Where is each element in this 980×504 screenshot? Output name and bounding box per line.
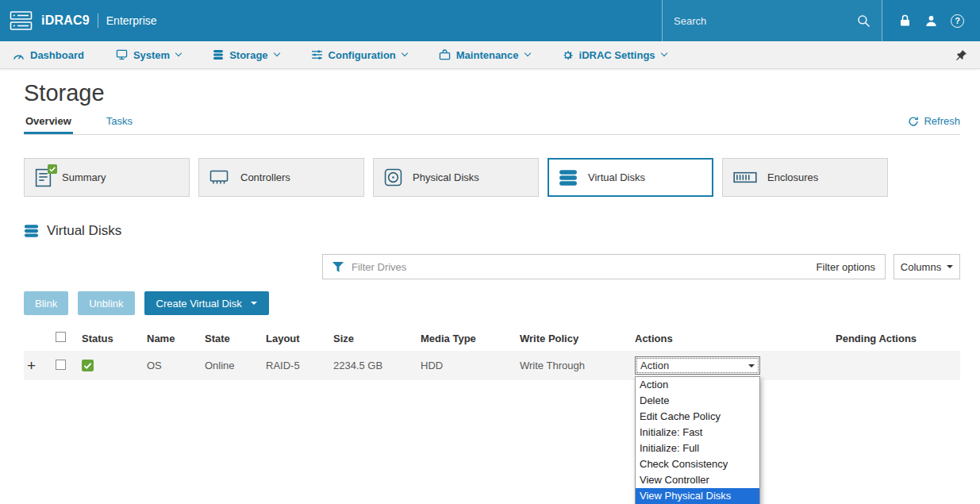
server-logo-icon: [10, 10, 33, 32]
caret-down-icon: [947, 265, 953, 268]
chevron-down-icon: [660, 50, 667, 56]
expand-row-button[interactable]: +: [27, 357, 36, 374]
brand-divider: [98, 13, 98, 28]
select-all-checkbox[interactable]: [56, 332, 66, 342]
top-bar: iDRAC9 Enterprise: [0, 0, 980, 41]
column-header-pending-actions: Pending Actions: [836, 333, 960, 344]
topbar-icons: ?: [882, 0, 980, 41]
virtual-disks-table: Status Name State Layout Size Media Type…: [24, 325, 960, 380]
column-header-write-policy: Write Policy: [520, 333, 635, 344]
caret-down-icon: [251, 302, 257, 305]
cell-media-type: HDD: [421, 360, 520, 371]
main-content: Storage Overview Tasks Refresh: [0, 80, 980, 380]
column-header-name: Name: [147, 333, 205, 344]
lock-icon[interactable]: [892, 14, 918, 27]
table-header-row: Status Name State Layout Size Media Type…: [24, 325, 960, 351]
gear-icon: [562, 49, 574, 61]
table-row: + OS Online RAID-5 2234.5 GB: [24, 351, 960, 380]
menu-item-view-controller[interactable]: View Controller: [636, 472, 759, 488]
filter-row: Filter options Columns: [24, 254, 960, 279]
search-icon[interactable]: [857, 14, 870, 28]
menu-item-initialize-full[interactable]: Initialize: Full: [636, 441, 759, 456]
enclosures-icon: [733, 171, 757, 184]
refresh-button[interactable]: Refresh: [908, 115, 960, 134]
section-header: Virtual Disks: [24, 223, 960, 239]
tab-overview[interactable]: Overview: [24, 110, 73, 134]
menu-item-check-consistency[interactable]: Check Consistency: [636, 456, 759, 472]
tab-tasks[interactable]: Tasks: [105, 110, 134, 134]
idrac-app: iDRAC9 Enterprise: [0, 0, 980, 380]
storage-cards: Summary Controllers: [24, 158, 960, 197]
cell-write-policy: Write Through: [520, 360, 635, 371]
action-bar: Blink Unblink Create Virtual Disk: [24, 291, 960, 315]
action-menu: Action Delete Edit Cache Policy Initiali…: [635, 376, 760, 504]
system-icon: [116, 49, 128, 60]
brand-name: iDRAC9: [41, 13, 90, 28]
page-title: Storage: [24, 80, 960, 106]
pin-icon[interactable]: [955, 49, 967, 61]
column-header-layout: Layout: [266, 333, 333, 344]
nav-item-configuration[interactable]: Configuration: [311, 49, 407, 61]
topbar-right: ?: [662, 0, 980, 41]
cell-status: [82, 360, 147, 371]
caret-down-icon: [748, 364, 755, 367]
action-select[interactable]: Action: [635, 356, 760, 375]
cell-layout: RAID-5: [266, 360, 333, 371]
virtual-disks-icon: [24, 224, 39, 238]
controllers-icon: [209, 169, 230, 186]
menu-item-initialize-fast[interactable]: Initialize: Fast: [636, 425, 759, 441]
main-nav: Dashboard System Storage: [0, 41, 980, 69]
user-icon[interactable]: [918, 15, 944, 27]
column-header-state: State: [205, 333, 266, 344]
cell-name: OS: [147, 360, 205, 371]
filter-funnel-icon: [332, 262, 344, 272]
column-header-actions: Actions: [635, 333, 836, 344]
brand: iDRAC9 Enterprise: [0, 0, 157, 41]
cell-size: 2234.5 GB: [333, 360, 421, 371]
filter-options-link[interactable]: Filter options: [817, 261, 875, 273]
search-input[interactable]: [674, 15, 851, 27]
maintenance-icon: [439, 49, 451, 60]
virtual-disks-icon: [559, 169, 578, 187]
blink-button[interactable]: Blink: [24, 291, 68, 315]
chevron-down-icon: [524, 50, 530, 56]
nav-item-dashboard[interactable]: Dashboard: [13, 49, 84, 61]
search-box: [662, 0, 882, 41]
card-controllers[interactable]: Controllers: [198, 158, 364, 197]
tabs: Overview Tasks Refresh: [24, 110, 960, 135]
help-icon[interactable]: ?: [944, 14, 970, 28]
column-header-size: Size: [333, 333, 421, 344]
create-virtual-disk-button[interactable]: Create Virtual Disk: [144, 291, 269, 315]
chevron-down-icon: [175, 50, 182, 56]
filter-drives-input[interactable]: [352, 261, 809, 273]
menu-item-view-physical-disks[interactable]: View Physical Disks: [636, 488, 759, 504]
chevron-down-icon: [402, 50, 408, 56]
cell-actions: Action Action Delete Edit Cache Policy I…: [635, 356, 836, 375]
nav-item-system[interactable]: System: [116, 49, 181, 61]
configuration-icon: [311, 49, 323, 60]
menu-item-action[interactable]: Action: [636, 377, 759, 393]
card-summary[interactable]: Summary: [24, 158, 190, 197]
section-title: Virtual Disks: [47, 223, 121, 239]
dashboard-icon: [13, 50, 25, 60]
refresh-icon: [908, 116, 919, 127]
unblink-button[interactable]: Unblink: [78, 291, 134, 315]
nav-item-storage[interactable]: Storage: [213, 49, 279, 61]
card-enclosures[interactable]: Enclosures: [722, 158, 888, 197]
nav-item-maintenance[interactable]: Maintenance: [439, 49, 530, 61]
chevron-down-icon: [273, 50, 279, 56]
check-badge-icon: [48, 164, 57, 174]
column-header-status: Status: [82, 333, 147, 344]
card-physical-disks[interactable]: Physical Disks: [373, 158, 539, 197]
card-virtual-disks[interactable]: Virtual Disks: [548, 158, 713, 197]
menu-item-edit-cache-policy[interactable]: Edit Cache Policy: [636, 409, 759, 425]
storage-icon: [213, 49, 224, 60]
columns-button[interactable]: Columns: [894, 254, 960, 279]
brand-edition: Enterprise: [106, 14, 157, 27]
filter-box: Filter options: [322, 254, 886, 279]
column-header-media-type: Media Type: [421, 333, 520, 344]
nav-item-idrac-settings[interactable]: iDRAC Settings: [562, 49, 667, 61]
physical-disks-icon: [384, 168, 402, 187]
menu-item-delete[interactable]: Delete: [636, 393, 759, 409]
row-checkbox[interactable]: [56, 360, 66, 370]
